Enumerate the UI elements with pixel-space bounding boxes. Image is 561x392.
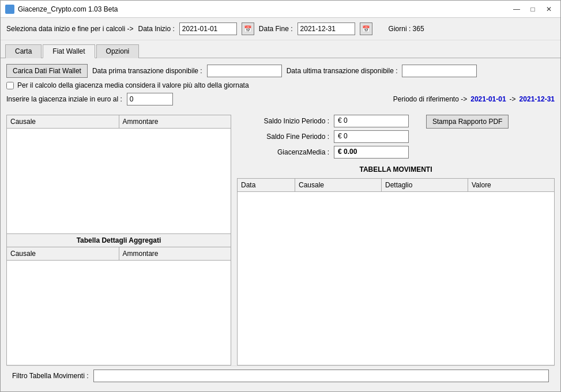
- saldo-block: Saldo Inizio Periodo : € 0 Saldo Fine Pe…: [237, 115, 409, 159]
- data-ultima-label: Data ultima transazione disponibile :: [287, 67, 398, 75]
- toolbar: Seleziona data inizio e fine per i calco…: [1, 18, 560, 40]
- data-inizio-calendar-button[interactable]: 📅: [242, 22, 254, 35]
- lower-table-body: [7, 261, 231, 365]
- filtro-label: Filtro Tabella Movimenti :: [12, 372, 89, 380]
- seleziona-label: Seleziona data inizio e fine per i calco…: [6, 25, 133, 33]
- saldo-inizio-label: Saldo Inizio Periodo :: [237, 117, 329, 125]
- saldo-fine-value: € 0: [334, 130, 409, 143]
- tabs-bar: Carta Fiat Wallet Opzioni: [1, 40, 560, 58]
- periodo-start-link[interactable]: 2021-01-01: [470, 95, 506, 103]
- left-panel: Causale Ammontare Tabella Dettagli Aggre…: [6, 115, 231, 365]
- periodo-end-link[interactable]: 2021-12-31: [519, 95, 555, 103]
- giacenza-periodo-row: Inserire la giacenza inziale in euro al …: [6, 93, 555, 105]
- mov-dettaglio-header: Dettaglio: [382, 179, 468, 191]
- upper-table-header: Causale Ammontare: [7, 115, 231, 129]
- tabella-movimenti-label: TABELLA MOVIMENTI: [237, 163, 555, 176]
- tabella-dettagli-label: Tabella Dettagli Aggregati: [6, 234, 231, 247]
- movimenti-header: Data Causale Dettaglio Valore: [238, 179, 554, 192]
- close-button[interactable]: ✕: [542, 3, 556, 15]
- title-bar-left: Giacenze_Crypto.com 1.03 Beta: [5, 5, 118, 14]
- saldo-fine-row: Saldo Fine Periodo : € 0: [237, 130, 409, 143]
- data-fine-calendar-button[interactable]: 📅: [360, 22, 372, 35]
- right-panel: Saldo Inizio Periodo : € 0 Saldo Fine Pe…: [237, 115, 555, 365]
- giacenza-media-value: € 0.00: [334, 146, 409, 159]
- title-bar-controls: — □ ✕: [510, 3, 556, 15]
- giacenza-max-checkbox[interactable]: [6, 82, 14, 89]
- lower-table-header: Causale Ammontare: [7, 247, 231, 261]
- saldo-inizio-row: Saldo Inizio Periodo : € 0: [237, 115, 409, 127]
- carica-dati-button[interactable]: Carica Dati Fiat Wallet: [6, 64, 88, 78]
- main-window: Giacenze_Crypto.com 1.03 Beta — □ ✕ Sele…: [0, 0, 561, 392]
- filtro-input[interactable]: [93, 370, 549, 382]
- filtro-row: Filtro Tabella Movimenti :: [6, 365, 555, 386]
- giacenza-label: Inserire la giacenza inziale in euro al …: [6, 95, 122, 103]
- main-area: Causale Ammontare Tabella Dettagli Aggre…: [6, 115, 555, 365]
- upper-table-wrapper: Causale Ammontare: [6, 115, 231, 234]
- top-controls: Carica Dati Fiat Wallet Data prima trans…: [6, 64, 555, 110]
- minimize-button[interactable]: —: [510, 3, 524, 15]
- tab-carta[interactable]: Carta: [5, 44, 42, 58]
- checkbox-label: Per il calcolo della giacenza media cons…: [17, 81, 249, 89]
- lower-causale-header: Causale: [7, 247, 119, 260]
- data-ultima-input[interactable]: [402, 65, 477, 77]
- data-inizio-label: Data Inizio :: [138, 25, 174, 33]
- movimenti-table: Data Causale Dettaglio Valore: [237, 178, 555, 365]
- saldo-inizio-value: € 0: [334, 115, 409, 127]
- lower-table-wrapper: Causale Ammontare: [6, 247, 231, 366]
- checkbox-row: Per il calcolo della giacenza media cons…: [6, 81, 555, 89]
- tab-content: Carica Dati Fiat Wallet Data prima trans…: [1, 58, 560, 391]
- lower-ammontare-header: Ammontare: [119, 247, 231, 260]
- upper-table-body: [7, 129, 231, 233]
- giacenza-input[interactable]: [127, 93, 173, 105]
- periodo-arrow: ->: [510, 95, 516, 103]
- saldo-stampa-area: Saldo Inizio Periodo : € 0 Saldo Fine Pe…: [237, 115, 555, 159]
- data-fine-input[interactable]: [298, 22, 355, 35]
- data-inizio-input[interactable]: [179, 22, 237, 35]
- saldo-fine-label: Saldo Fine Periodo :: [237, 133, 329, 141]
- tab-fiat-wallet[interactable]: Fiat Wallet: [43, 44, 95, 58]
- periodo-label: Periodo di riferimento ->: [393, 95, 467, 103]
- data-prima-input[interactable]: [207, 65, 282, 77]
- maximize-button[interactable]: □: [526, 3, 540, 15]
- movimenti-section: TABELLA MOVIMENTI Data Causale Dettaglio…: [237, 163, 555, 365]
- mov-valore-header: Valore: [468, 179, 554, 191]
- mov-causale-header: Causale: [295, 179, 382, 191]
- mov-data-header: Data: [238, 179, 295, 191]
- window-title: Giacenze_Crypto.com 1.03 Beta: [18, 5, 118, 13]
- movimenti-body: [238, 192, 554, 365]
- periodo-area: Periodo di riferimento -> 2021-01-01 -> …: [393, 95, 555, 103]
- stampa-pdf-button[interactable]: Stampa Rapporto PDF: [426, 115, 509, 129]
- tab-opzioni[interactable]: Opzioni: [96, 44, 140, 58]
- title-bar: Giacenze_Crypto.com 1.03 Beta — □ ✕: [1, 1, 560, 18]
- giacenza-media-label: GiacenzaMedia :: [237, 148, 329, 156]
- data-prima-label: Data prima transazione disponibile :: [92, 67, 202, 75]
- upper-causale-header: Causale: [7, 115, 119, 128]
- upper-ammontare-header: Ammontare: [119, 115, 231, 128]
- app-icon: [5, 5, 14, 14]
- data-fine-label: Data Fine :: [259, 25, 293, 33]
- giacenza-media-row: GiacenzaMedia : € 0.00: [237, 146, 409, 159]
- giorni-label: Giorni : 365: [389, 25, 424, 33]
- carica-row: Carica Dati Fiat Wallet Data prima trans…: [6, 64, 555, 78]
